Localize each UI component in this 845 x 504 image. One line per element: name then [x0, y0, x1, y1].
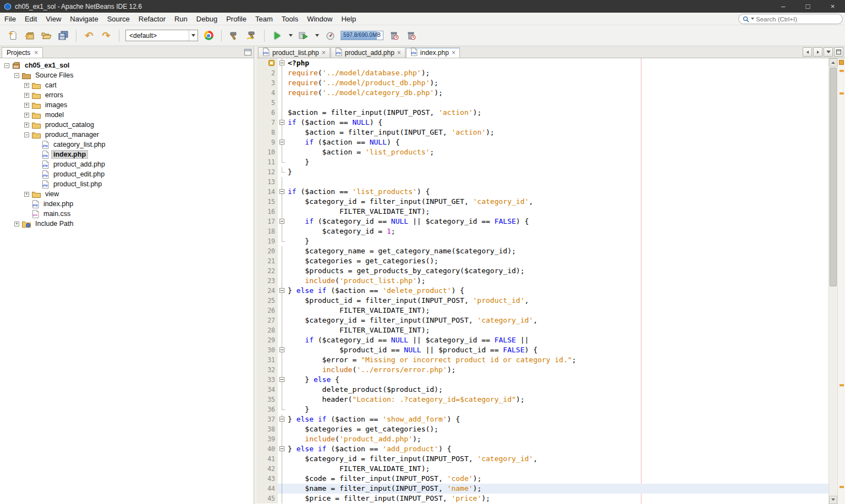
error-stripe-mark[interactable]: [839, 486, 844, 488]
tab-index-php[interactable]: phpindex.php×: [406, 47, 460, 58]
menu-refactor[interactable]: Refactor: [134, 13, 170, 25]
memory-gauge[interactable]: 597.8/690.0MB: [341, 31, 383, 40]
close-tab-icon[interactable]: ×: [397, 50, 401, 56]
minus-expander-icon[interactable]: −: [24, 132, 29, 137]
code-text[interactable]: include('product_add.php');: [287, 434, 828, 444]
tree-item-main-css[interactable]: cssmain.css: [0, 209, 254, 219]
fold-toggle-icon[interactable]: [278, 286, 287, 296]
tree-item-index-php[interactable]: phpindex.php: [0, 199, 254, 209]
code-text[interactable]: require('../model/product_db.php');: [287, 78, 828, 88]
scrollbar-up-icon[interactable]: [829, 58, 837, 67]
code-text[interactable]: $name = filter_input(INPUT_POST, 'name')…: [287, 484, 828, 494]
plus-expander-icon[interactable]: +: [24, 113, 29, 118]
fold-toggle-icon[interactable]: [278, 414, 287, 424]
undo-button[interactable]: ↶: [83, 29, 96, 43]
error-stripe-mark[interactable]: [839, 92, 844, 95]
menu-file[interactable]: File: [0, 13, 20, 25]
menu-debug[interactable]: Debug: [192, 13, 222, 25]
code-text[interactable]: if ($action == NULL) {: [287, 118, 828, 128]
code-text[interactable]: $action = 'list_products';: [287, 147, 828, 157]
plus-expander-icon[interactable]: +: [24, 83, 29, 88]
code-text[interactable]: if ($action == 'list_products') {: [287, 187, 828, 197]
tree-item-product-manager[interactable]: −product_manager: [0, 130, 254, 140]
code-text[interactable]: $categories = get_categories();: [287, 424, 828, 434]
code-text[interactable]: }: [287, 236, 828, 246]
save-all-button[interactable]: [57, 29, 70, 43]
float-window-icon[interactable]: [244, 49, 251, 56]
code-text[interactable]: include('../errors/error.php');: [287, 365, 828, 375]
projects-panel-tab[interactable]: Projects ×: [2, 47, 43, 58]
build-project-button[interactable]: [228, 29, 241, 43]
plus-expander-icon[interactable]: +: [24, 192, 29, 197]
code-text[interactable]: if ($action == NULL) {: [287, 137, 828, 147]
plus-expander-icon[interactable]: +: [14, 221, 19, 226]
code-text[interactable]: $category_id = filter_input(INPUT_POST, …: [287, 315, 828, 325]
quick-search[interactable]: [738, 14, 843, 24]
code-text[interactable]: $action = filter_input(INPUT_POST, 'acti…: [287, 108, 828, 118]
menu-view[interactable]: View: [41, 13, 65, 25]
config-select[interactable]: <default>: [125, 30, 198, 41]
code-text[interactable]: $product_id == NULL || $product_id == FA…: [287, 345, 828, 355]
menu-run[interactable]: Run: [170, 13, 192, 25]
menu-navigate[interactable]: Navigate: [65, 13, 102, 25]
close-tab-icon[interactable]: ×: [452, 50, 456, 56]
close-tab-icon[interactable]: ×: [322, 50, 326, 56]
code-text[interactable]: }: [287, 157, 828, 167]
code-text[interactable]: $category_id = filter_input(INPUT_POST, …: [287, 454, 828, 464]
error-stripe-status-icon[interactable]: [839, 60, 844, 65]
tree-item-product-list-php[interactable]: phpproduct_list.php: [0, 179, 254, 189]
code-text[interactable]: } else if ($action == 'delete_product') …: [287, 286, 828, 296]
tree-item-ch05-ex1-sol[interactable]: −phpch05_ex1_sol: [0, 60, 254, 70]
code-text[interactable]: [287, 177, 828, 187]
fold-toggle-icon[interactable]: [278, 217, 287, 226]
code-text[interactable]: [287, 98, 828, 108]
code-text[interactable]: include('product_list.php');: [287, 276, 828, 286]
new-project-button[interactable]: [23, 29, 36, 43]
debug-dropdown-button[interactable]: [314, 29, 320, 43]
code-text[interactable]: delete_product($product_id);: [287, 385, 828, 395]
maximize-button[interactable]: □: [795, 0, 820, 13]
menu-source[interactable]: Source: [103, 13, 134, 25]
tree-item-cart[interactable]: +cart: [0, 80, 254, 90]
tree-item-product-catalog[interactable]: +product_catalog: [0, 120, 254, 130]
clean-build-project-button[interactable]: [245, 29, 258, 43]
gc-button[interactable]: [387, 29, 400, 43]
tab-list-dropdown-button[interactable]: [824, 47, 833, 57]
tree-item-include-path[interactable]: +Include Path: [0, 219, 254, 229]
minimize-button[interactable]: –: [771, 0, 795, 13]
tree-item-product-add-php[interactable]: phpproduct_add.php: [0, 159, 254, 169]
code-area[interactable]: <?php2require('../model/database.php');3…: [257, 58, 828, 504]
code-text[interactable]: } else {: [287, 375, 828, 385]
tree-item-images[interactable]: +images: [0, 100, 254, 110]
tree-item-index-php[interactable]: phpindex.php: [0, 149, 254, 159]
new-file-button[interactable]: [6, 29, 19, 43]
plus-expander-icon[interactable]: +: [24, 123, 29, 128]
code-text[interactable]: $error = "Missing or incorrect product i…: [287, 355, 828, 365]
code-text[interactable]: }: [287, 405, 828, 414]
code-text[interactable]: $code = filter_input(INPUT_POST, 'code')…: [287, 474, 828, 484]
tree-item-category-list-php[interactable]: phpcategory_list.php: [0, 140, 254, 149]
tab-product-list-php[interactable]: phpproduct_list.php×: [258, 47, 330, 58]
fold-toggle-icon[interactable]: [278, 137, 287, 147]
profile-gc-button[interactable]: [404, 29, 418, 43]
error-stripe-mark[interactable]: [839, 384, 844, 386]
search-input[interactable]: [756, 16, 841, 23]
fold-toggle-icon[interactable]: [278, 58, 287, 68]
menu-profile[interactable]: Profile: [222, 13, 251, 25]
code-text[interactable]: }: [287, 167, 828, 177]
minus-expander-icon[interactable]: −: [4, 63, 9, 68]
plus-expander-icon[interactable]: +: [24, 103, 29, 108]
code-text[interactable]: $category_id = filter_input(INPUT_GET, '…: [287, 197, 828, 207]
code-text[interactable]: if ($category_id == NULL || $category_id…: [287, 217, 828, 226]
fold-toggle-icon[interactable]: [278, 444, 287, 454]
scroll-tabs-right-button[interactable]: [813, 47, 822, 57]
tree-item-errors[interactable]: +errors: [0, 90, 254, 100]
close-button[interactable]: ×: [820, 0, 845, 13]
menu-tools[interactable]: Tools: [277, 13, 303, 25]
code-text[interactable]: $action = filter_input(INPUT_GET, 'actio…: [287, 128, 828, 137]
code-text[interactable]: header("Location: .?category_id=$categor…: [287, 395, 828, 405]
code-text[interactable]: } else if ($action == 'show_add_form') {: [287, 414, 828, 424]
tab-product-add-php[interactable]: phpproduct_add.php×: [331, 47, 405, 58]
fold-toggle-icon[interactable]: [278, 118, 287, 128]
scrollbar-down-icon[interactable]: [829, 496, 837, 504]
